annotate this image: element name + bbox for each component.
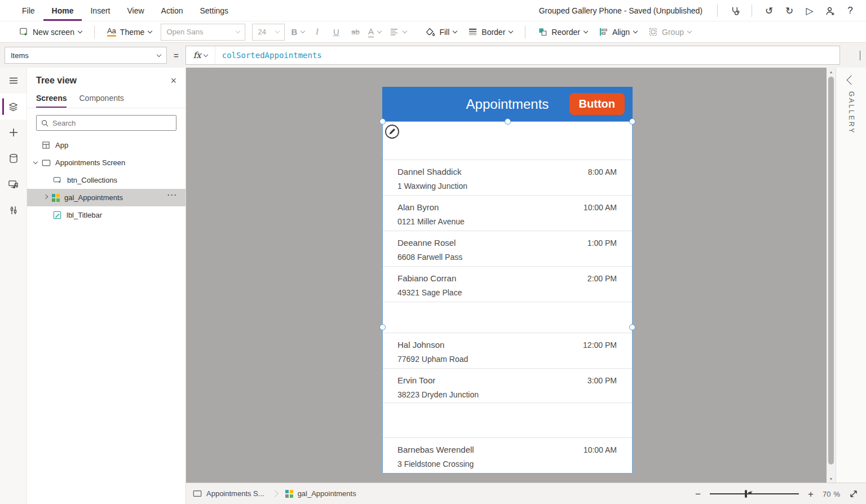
tab-screens[interactable]: Screens <box>36 91 67 108</box>
appointment-time: 3:00 PM <box>587 376 617 385</box>
formula-input[interactable]: fx colSortedAppointments <box>185 46 840 65</box>
underline-button[interactable]: U <box>326 24 346 41</box>
new-screen-button[interactable]: New screen <box>14 24 87 41</box>
tree-item-appointments-screen[interactable]: Appointments Screen <box>27 154 185 171</box>
app-title-bar[interactable]: Appointments Button <box>382 87 633 121</box>
appointment-row[interactable]: Dannel Shaddick 1 Waxwing Junction 8:00 … <box>382 160 633 195</box>
chevron-down-icon[interactable] <box>33 160 38 164</box>
italic-button[interactable]: I <box>307 24 326 41</box>
tree-item-lbl-titlebar[interactable]: lbl_Titlebar <box>27 206 185 224</box>
scroll-down-icon[interactable]: ▼ <box>827 475 836 483</box>
appointment-row[interactable]: Hal Johnson 77692 Upham Road 12:00 PM <box>382 333 633 368</box>
insert-plus-icon[interactable] <box>0 120 26 145</box>
appointment-row[interactable]: Ervin Toor 38223 Dryden Junction 3:00 PM <box>382 368 633 403</box>
tab-components[interactable]: Components <box>79 91 123 108</box>
tree-view-icon[interactable] <box>0 94 26 120</box>
redo-icon[interactable]: ↻ <box>779 2 799 20</box>
appointment-name: Deeanne Rosel <box>397 238 617 247</box>
media-icon[interactable] <box>0 171 26 197</box>
new-screen-label: New screen <box>33 28 74 37</box>
fill-label: Fill <box>439 28 449 37</box>
align-button[interactable]: Align <box>593 24 643 41</box>
advanced-tools-icon[interactable] <box>0 197 26 223</box>
menu-items: File Home Insert View Action Settings <box>0 0 237 21</box>
font-color-button[interactable]: A <box>365 24 384 41</box>
search-input[interactable] <box>52 119 171 127</box>
font-size-select[interactable]: 24 <box>252 24 285 41</box>
appointment-time: 12:00 PM <box>583 341 617 350</box>
fit-to-window-icon[interactable] <box>849 489 858 498</box>
chevron-right-icon[interactable] <box>43 194 48 199</box>
appointment-address: 38223 Dryden Junction <box>397 390 617 399</box>
reorder-button[interactable]: Reorder <box>532 24 593 41</box>
design-canvas[interactable]: Appointments Button Dannel Shaddick 1 Wa… <box>186 68 827 483</box>
appointment-row[interactable]: Barnebas Werendell 3 Fieldstone Crossing… <box>382 437 633 474</box>
formula-text[interactable]: colSortedAppointments <box>215 46 322 64</box>
appointment-address: 77692 Upham Road <box>397 355 617 364</box>
undo-icon[interactable]: ↺ <box>759 2 779 20</box>
appointment-row[interactable]: Fabiano Corran 49321 Sage Place 2:00 PM <box>382 266 633 302</box>
selection-handle[interactable] <box>629 118 635 125</box>
zoom-slider-thumb[interactable] <box>745 490 747 498</box>
menu-item-action[interactable]: Action <box>153 0 192 21</box>
button-control-icon <box>53 176 62 184</box>
scrollbar-thumb[interactable] <box>828 77 834 465</box>
breadcrumb-control[interactable]: gal_Appointments <box>279 483 363 504</box>
menu-item-file[interactable]: File <box>14 0 43 21</box>
divider <box>94 26 95 38</box>
share-person-icon[interactable] <box>820 2 840 20</box>
properties-panel-collapsed[interactable]: GALLERY <box>836 68 866 483</box>
search-box[interactable] <box>36 115 176 131</box>
edit-gallery-pencil-icon[interactable] <box>385 124 400 139</box>
theme-icon: Aa <box>107 27 116 37</box>
strikethrough-button[interactable]: ab <box>346 24 365 41</box>
appointment-time: 8:00 AM <box>588 167 617 176</box>
menu-right-cluster: Grouped Gallery Phone - Saved (Unpublish… <box>539 0 860 21</box>
font-family-select[interactable]: Open Sans <box>161 24 245 41</box>
property-selector[interactable]: Items <box>5 47 167 64</box>
collections-button[interactable]: Button <box>569 93 625 115</box>
fx-dropdown[interactable]: fx <box>186 46 215 64</box>
zoom-percentage: 70% <box>823 490 840 498</box>
expand-panel-chevron-icon[interactable] <box>846 76 856 85</box>
app-title[interactable]: Appointments <box>466 96 549 112</box>
app-checker-icon[interactable] <box>724 2 745 20</box>
tree-item-gal-appointments[interactable]: gal_Appointments ··· <box>27 189 185 206</box>
group-button[interactable]: Group <box>643 24 697 41</box>
appointments-gallery[interactable]: Dannel Shaddick 1 Waxwing Junction 8:00 … <box>382 121 633 474</box>
reorder-label: Reorder <box>551 28 580 37</box>
fill-button[interactable]: Fill <box>420 24 462 41</box>
border-button[interactable]: Border <box>462 24 518 41</box>
more-options-icon[interactable]: ··· <box>167 191 178 199</box>
divider <box>717 5 718 17</box>
zoom-slider[interactable] <box>710 490 799 498</box>
canvas-scrollbar[interactable]: ▲ ▼ <box>827 68 836 483</box>
appointment-row[interactable]: Alan Byron 0121 Miller Avenue 10:00 AM <box>382 195 633 231</box>
zoom-in-button[interactable]: + <box>808 489 814 499</box>
formula-bar-expand-icon[interactable] <box>860 51 860 60</box>
close-icon[interactable]: × <box>170 76 176 86</box>
breadcrumb-screen[interactable]: Appointments S... <box>186 483 271 504</box>
menu-item-home[interactable]: Home <box>43 0 82 21</box>
tree-item-app[interactable]: App <box>27 136 185 154</box>
bold-button[interactable]: B <box>288 24 307 41</box>
selection-handle[interactable] <box>629 324 635 330</box>
scroll-up-icon[interactable]: ▲ <box>827 68 836 76</box>
zoom-out-button[interactable]: − <box>695 489 701 499</box>
selection-handle[interactable] <box>379 324 386 330</box>
menu-item-view[interactable]: View <box>118 0 152 21</box>
selection-handle[interactable] <box>505 118 511 125</box>
preview-play-icon[interactable]: ▷ <box>799 2 820 20</box>
text-align-button[interactable] <box>384 24 412 41</box>
appointment-row[interactable]: Deeanne Rosel 6608 Farwell Pass 1:00 PM <box>382 231 633 266</box>
group-label: Group <box>662 28 684 37</box>
hamburger-menu-icon[interactable] <box>0 68 26 94</box>
search-icon <box>41 120 48 127</box>
menu-item-insert[interactable]: Insert <box>82 0 118 21</box>
data-sources-icon[interactable] <box>0 145 26 171</box>
appointment-name: Ervin Toor <box>397 375 617 385</box>
help-icon[interactable]: ? <box>840 2 860 20</box>
tree-item-btn-collections[interactable]: btn_Collections <box>27 171 185 189</box>
theme-button[interactable]: Aa Theme <box>101 24 157 41</box>
menu-item-settings[interactable]: Settings <box>192 0 237 21</box>
